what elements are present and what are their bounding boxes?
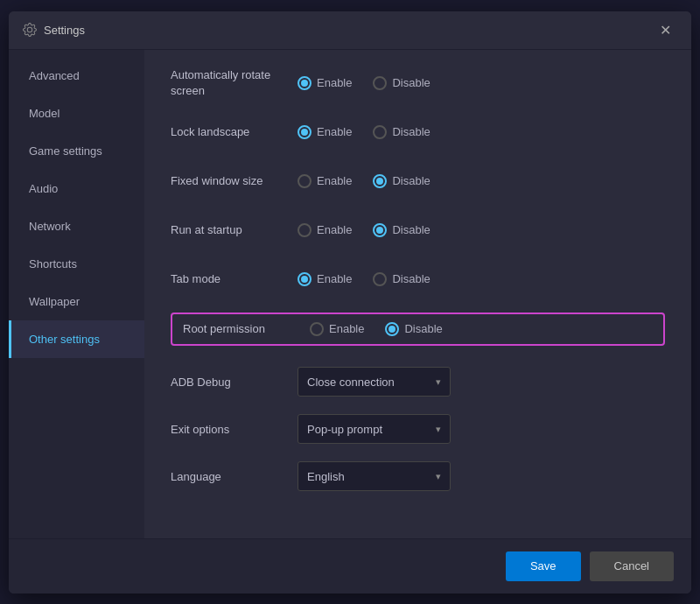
fixed-window-enable-radio[interactable] bbox=[298, 174, 312, 188]
close-button[interactable]: ✕ bbox=[653, 18, 677, 42]
language-arrow-icon: ▾ bbox=[436, 471, 441, 482]
sidebar-item-other-settings[interactable]: Other settings bbox=[9, 320, 144, 358]
lock-landscape-radio-group: Enable Disable bbox=[298, 125, 430, 139]
tab-mode-enable-label: Enable bbox=[317, 272, 352, 285]
save-button[interactable]: Save bbox=[506, 551, 581, 581]
exit-options-arrow-icon: ▾ bbox=[436, 424, 441, 435]
root-permission-radio-group: Enable Disable bbox=[310, 322, 443, 336]
language-label: Language bbox=[171, 470, 298, 483]
settings-dialog: Settings ✕ Advanced Model Game settings … bbox=[9, 11, 691, 593]
settings-icon bbox=[23, 23, 37, 37]
sidebar: Advanced Model Game settings Audio Netwo… bbox=[9, 50, 144, 538]
adb-debug-dropdown[interactable]: Close connection ▾ bbox=[298, 367, 451, 397]
root-permission-disable-option[interactable]: Disable bbox=[385, 322, 442, 336]
fixed-window-radio-group: Enable Disable bbox=[298, 174, 430, 188]
fixed-window-row: Fixed window size Enable Disable bbox=[171, 165, 665, 197]
run-startup-enable-label: Enable bbox=[317, 223, 352, 236]
exit-options-dropdown[interactable]: Pop-up prompt ▾ bbox=[298, 414, 451, 444]
adb-debug-row: ADB Debug Close connection ▾ bbox=[171, 367, 665, 397]
tab-mode-row: Tab mode Enable Disable bbox=[171, 263, 665, 295]
root-permission-label: Root permission bbox=[183, 321, 310, 337]
lock-landscape-disable-option[interactable]: Disable bbox=[373, 125, 430, 139]
lock-landscape-enable-label: Enable bbox=[317, 125, 352, 138]
exit-options-value: Pop-up prompt bbox=[307, 423, 382, 436]
tab-mode-disable-option[interactable]: Disable bbox=[373, 272, 430, 286]
auto-rotate-enable-label: Enable bbox=[317, 76, 352, 89]
run-startup-label: Run at startup bbox=[171, 222, 298, 238]
tab-mode-enable-option[interactable]: Enable bbox=[298, 272, 352, 286]
run-startup-radio-group: Enable Disable bbox=[298, 223, 430, 237]
language-value: English bbox=[307, 470, 345, 483]
tab-mode-radio-group: Enable Disable bbox=[298, 272, 430, 286]
auto-rotate-enable-radio[interactable] bbox=[298, 76, 312, 90]
auto-rotate-radio-group: Enable Disable bbox=[298, 76, 430, 90]
auto-rotate-disable-radio[interactable] bbox=[373, 76, 387, 90]
adb-debug-value: Close connection bbox=[307, 376, 395, 389]
run-startup-enable-option[interactable]: Enable bbox=[298, 223, 352, 237]
auto-rotate-disable-option[interactable]: Disable bbox=[373, 76, 430, 90]
sidebar-item-game-settings[interactable]: Game settings bbox=[9, 132, 144, 170]
footer: Save Cancel bbox=[9, 538, 691, 593]
root-permission-enable-label: Enable bbox=[329, 322, 364, 335]
exit-options-row: Exit options Pop-up prompt ▾ bbox=[171, 414, 665, 444]
fixed-window-disable-label: Disable bbox=[392, 174, 430, 187]
root-permission-disable-radio[interactable] bbox=[385, 322, 399, 336]
fixed-window-enable-option[interactable]: Enable bbox=[298, 174, 352, 188]
sidebar-item-advanced[interactable]: Advanced bbox=[9, 57, 144, 95]
fixed-window-disable-option[interactable]: Disable bbox=[373, 174, 430, 188]
tab-mode-label: Tab mode bbox=[171, 271, 298, 287]
root-permission-row: Root permission Enable Disable bbox=[171, 313, 665, 346]
lock-landscape-disable-radio[interactable] bbox=[373, 125, 387, 139]
sidebar-item-model[interactable]: Model bbox=[9, 95, 144, 132]
fixed-window-enable-label: Enable bbox=[317, 174, 352, 187]
root-permission-enable-radio[interactable] bbox=[310, 322, 324, 336]
run-startup-disable-option[interactable]: Disable bbox=[373, 223, 430, 237]
lock-landscape-enable-radio[interactable] bbox=[298, 125, 312, 139]
title-bar: Settings ✕ bbox=[9, 11, 691, 50]
adb-debug-label: ADB Debug bbox=[171, 376, 298, 389]
adb-debug-arrow-icon: ▾ bbox=[436, 376, 441, 388]
run-startup-enable-radio[interactable] bbox=[298, 223, 312, 237]
auto-rotate-enable-option[interactable]: Enable bbox=[298, 76, 352, 90]
auto-rotate-disable-label: Disable bbox=[392, 76, 430, 89]
auto-rotate-label: Automatically rotate screen bbox=[171, 67, 298, 99]
language-row: Language English ▾ bbox=[171, 461, 665, 491]
main-content: Automatically rotate screen Enable Disab… bbox=[144, 50, 691, 538]
dialog-content: Advanced Model Game settings Audio Netwo… bbox=[9, 50, 691, 538]
language-dropdown[interactable]: English ▾ bbox=[298, 461, 451, 491]
root-permission-disable-label: Disable bbox=[404, 322, 442, 335]
cancel-button[interactable]: Cancel bbox=[590, 551, 674, 581]
tab-mode-disable-label: Disable bbox=[392, 272, 430, 285]
lock-landscape-disable-label: Disable bbox=[392, 125, 430, 138]
tab-mode-enable-radio[interactable] bbox=[298, 272, 312, 286]
fixed-window-label: Fixed window size bbox=[171, 173, 298, 189]
sidebar-item-wallpaper[interactable]: Wallpaper bbox=[9, 283, 144, 320]
sidebar-item-audio[interactable]: Audio bbox=[9, 170, 144, 207]
run-startup-disable-radio[interactable] bbox=[373, 223, 387, 237]
dialog-title: Settings bbox=[44, 24, 653, 37]
lock-landscape-enable-option[interactable]: Enable bbox=[298, 125, 352, 139]
sidebar-item-shortcuts[interactable]: Shortcuts bbox=[9, 245, 144, 283]
auto-rotate-row: Automatically rotate screen Enable Disab… bbox=[171, 67, 665, 99]
root-permission-enable-option[interactable]: Enable bbox=[310, 322, 364, 336]
exit-options-label: Exit options bbox=[171, 423, 298, 436]
lock-landscape-row: Lock landscape Enable Disable bbox=[171, 116, 665, 148]
lock-landscape-label: Lock landscape bbox=[171, 124, 298, 140]
tab-mode-disable-radio[interactable] bbox=[373, 272, 387, 286]
run-startup-row: Run at startup Enable Disable bbox=[171, 214, 665, 246]
sidebar-item-network[interactable]: Network bbox=[9, 207, 144, 245]
run-startup-disable-label: Disable bbox=[392, 223, 430, 236]
fixed-window-disable-radio[interactable] bbox=[373, 174, 387, 188]
